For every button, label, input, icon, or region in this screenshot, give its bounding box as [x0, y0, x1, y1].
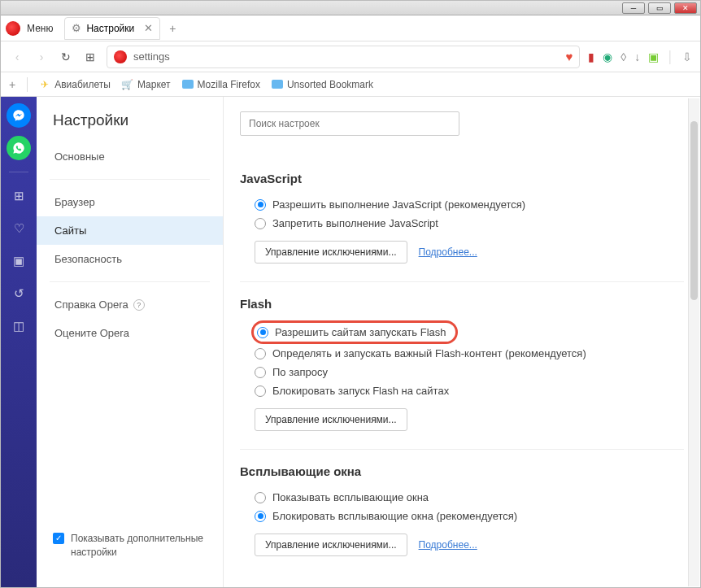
- radio-label: Разрешить сайтам запускать Flash: [275, 326, 446, 338]
- radio-icon: [255, 348, 266, 359]
- popups-more-link[interactable]: Подробнее...: [419, 539, 477, 551]
- ext-sep: │: [667, 50, 674, 63]
- nav-item-basic[interactable]: Основные: [37, 142, 223, 171]
- radio-icon: [255, 367, 266, 378]
- bookmark-folder-unsorted[interactable]: Unsorted Bookmark: [272, 79, 373, 90]
- nav-separator: [50, 179, 210, 180]
- advanced-label: Показывать дополнительные настройки: [71, 532, 207, 560]
- popups-exceptions-button[interactable]: Управление исключениями...: [255, 534, 407, 556]
- radio-icon: [255, 492, 266, 503]
- ext-icon-2[interactable]: ◉: [603, 50, 612, 63]
- whatsapp-icon[interactable]: [7, 136, 31, 160]
- sidebar-speed-dial-icon[interactable]: ⊞: [9, 184, 29, 208]
- radio-label: Блокировать всплывающие окна (рекомендуе…: [272, 510, 517, 522]
- section-javascript-title: JavaScript: [240, 172, 684, 185]
- main: ⊞ ♡ ▣ ↺ ◫ Настройки Основные Браузер Сай…: [1, 97, 700, 587]
- divider: [27, 77, 28, 92]
- radio-popups-block[interactable]: Блокировать всплывающие окна (рекомендуе…: [255, 507, 684, 525]
- extensions-area: ▮ ◉ ◊ ↓ ▣ │ ⇩: [588, 50, 692, 63]
- radio-flash-ask[interactable]: По запросу: [255, 363, 684, 381]
- sidebar-history-icon[interactable]: ↺: [9, 281, 29, 306]
- bookmark-aviabilety[interactable]: ✈ Авиабилеты: [39, 79, 111, 90]
- downloads-icon[interactable]: ⇩: [682, 50, 692, 63]
- advanced-settings-checkbox[interactable]: ✓ Показывать дополнительные настройки: [37, 524, 223, 573]
- nav-item-privacy[interactable]: Безопасность: [37, 245, 223, 273]
- forward-button[interactable]: ›: [33, 49, 50, 65]
- bookmark-folder-firefox[interactable]: Mozilla Firefox: [182, 79, 260, 90]
- sidebar-news-icon[interactable]: ▣: [8, 249, 29, 273]
- radio-flash-detect[interactable]: Определять и запускать важный Flash-конт…: [255, 344, 684, 363]
- menu-button[interactable]: Меню: [27, 23, 53, 34]
- titlebar: ─ ▭ ✕: [1, 1, 700, 15]
- radio-icon: [255, 218, 266, 229]
- nav-label: Справка Opera: [54, 298, 128, 311]
- flash-allow-highlight: Разрешить сайтам запускать Flash: [251, 320, 458, 344]
- sidebar-bookmarks-icon[interactable]: ♡: [9, 216, 29, 241]
- browser-window: ─ ▭ ✕ Меню ⚙ Настройки ✕ + ‹ › ↻ ⊞ ♥ ▮ ◉…: [0, 0, 701, 588]
- scroll-thumb[interactable]: [690, 121, 698, 300]
- radio-flash-allow[interactable]: Разрешить сайтам запускать Flash: [257, 326, 446, 338]
- section-flash-title: Flash: [240, 297, 684, 311]
- bookmark-market[interactable]: 🛒 Маркет: [122, 79, 171, 90]
- minimize-button[interactable]: ─: [622, 2, 645, 14]
- nav-item-browser[interactable]: Браузер: [37, 188, 223, 216]
- reload-button[interactable]: ↻: [58, 49, 74, 65]
- new-tab-button[interactable]: +: [163, 20, 181, 37]
- radio-checked-icon: [255, 199, 266, 211]
- cart-icon: 🛒: [122, 79, 133, 90]
- nav-item-help[interactable]: Справка Opera ?: [37, 290, 223, 319]
- checkbox-checked-icon: ✓: [53, 533, 64, 544]
- window-close-button[interactable]: ✕: [674, 2, 697, 14]
- maximize-button[interactable]: ▭: [648, 2, 671, 14]
- nav-separator: [50, 281, 210, 282]
- ext-icon-5[interactable]: ▣: [648, 50, 659, 63]
- bookmarks-bar: + ✈ Авиабилеты 🛒 Маркет Mozilla Firefox …: [1, 72, 700, 97]
- bookmark-heart-icon[interactable]: ♥: [565, 50, 573, 63]
- sidebar-left: ⊞ ♡ ▣ ↺ ◫: [1, 97, 37, 587]
- radio-js-allow[interactable]: Разрешить выполнение JavaScript (рекомен…: [255, 195, 684, 214]
- gear-icon: ⚙: [72, 22, 81, 34]
- ext-icon-3[interactable]: ◊: [620, 50, 626, 63]
- bookmark-label: Авиабилеты: [54, 79, 111, 90]
- js-exceptions-button[interactable]: Управление исключениями...: [255, 241, 407, 264]
- section-separator: [240, 281, 684, 282]
- speed-dial-button[interactable]: ⊞: [82, 49, 98, 65]
- tab-close-icon[interactable]: ✕: [144, 22, 153, 34]
- sidebar-separator: [9, 172, 28, 172]
- scrollbar[interactable]: [688, 98, 699, 586]
- radio-flash-block[interactable]: Блокировать запуск Flash на сайтах: [255, 381, 684, 400]
- tab-title: Настройки: [86, 23, 134, 34]
- js-more-link[interactable]: Подробнее...: [419, 246, 477, 258]
- radio-checked-icon: [257, 327, 268, 338]
- settings-content: JavaScript Разрешить выполнение JavaScri…: [224, 97, 700, 587]
- address-bar[interactable]: ♥: [107, 46, 580, 68]
- opera-logo-icon[interactable]: [6, 21, 20, 36]
- url-input[interactable]: [133, 50, 559, 63]
- ext-icon-4[interactable]: ↓: [634, 50, 640, 63]
- sidebar-extensions-icon[interactable]: ◫: [8, 314, 29, 338]
- nav-item-rate[interactable]: Оцените Opera: [37, 319, 223, 347]
- nav-item-websites[interactable]: Сайты: [37, 216, 223, 245]
- radio-label: По запросу: [272, 366, 328, 378]
- back-button[interactable]: ‹: [9, 49, 25, 65]
- flash-radio-group: Определять и запускать важный Flash-конт…: [240, 344, 684, 400]
- radio-popups-show[interactable]: Показывать всплывающие окна: [255, 488, 684, 507]
- section-separator: [240, 449, 684, 450]
- radio-js-block[interactable]: Запретить выполнение JavaScript: [255, 214, 684, 233]
- radio-label: Разрешить выполнение JavaScript (рекомен…: [272, 198, 525, 211]
- toolbar: ‹ › ↻ ⊞ ♥ ▮ ◉ ◊ ↓ ▣ │ ⇩: [1, 41, 700, 72]
- settings-nav: Настройки Основные Браузер Сайты Безопас…: [37, 97, 224, 587]
- tab-settings[interactable]: ⚙ Настройки ✕: [64, 17, 160, 40]
- messenger-icon[interactable]: [7, 103, 31, 128]
- folder-icon: [272, 80, 283, 89]
- ext-icon-1[interactable]: ▮: [588, 50, 594, 63]
- search-settings-input[interactable]: [240, 111, 459, 136]
- flash-exceptions-button[interactable]: Управление исключениями...: [255, 408, 407, 431]
- help-icon: ?: [133, 299, 145, 311]
- popups-radio-group: Показывать всплывающие окна Блокировать …: [240, 488, 684, 525]
- section-popups-title: Всплывающие окна: [240, 464, 684, 478]
- plane-icon: ✈: [39, 79, 50, 90]
- radio-label: Определять и запускать важный Flash-конт…: [272, 347, 586, 359]
- javascript-radio-group: Разрешить выполнение JavaScript (рекомен…: [240, 195, 684, 233]
- add-bookmark-button[interactable]: +: [9, 78, 15, 91]
